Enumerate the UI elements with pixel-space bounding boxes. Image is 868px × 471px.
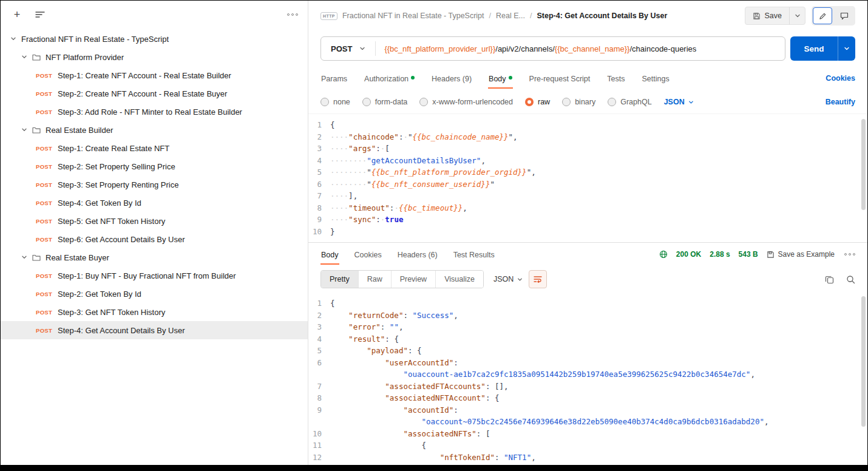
code-line: 6 "userAccountId": [308,357,867,369]
sidebar-request-step-3-get-nft-token-history[interactable]: POSTStep-3: Get NFT Token History [1,303,308,321]
method-badge: POST [36,218,53,225]
sidebar-collection-fractional-nft-in-real-estate-typescript[interactable]: Fractional NFT in Real Estate - TypeScri… [1,30,308,48]
request-body-editor[interactable]: 1{2····"chaincode":·"{{bc_chaincode_name… [308,114,867,242]
ws-token [330,370,403,379]
sidebar-request-step-2-set-property-selling-price[interactable]: POSTStep-2: Set Property Selling Price [1,157,308,175]
sidebar-folder-real-estate-buyer[interactable]: Real Estate Buyer [1,248,308,266]
sidebar-request-step-4-get-token-by-id[interactable]: POSTStep-4: Get Token By Id [1,194,308,212]
tree-item-label: Step-3: Get NFT Token History [58,308,165,317]
view-tab-pretty[interactable]: Pretty [321,271,359,288]
cookies-link[interactable]: Cookies [826,74,855,83]
response-more-icon[interactable] [844,253,855,256]
chevron-down-icon[interactable] [21,254,27,260]
view-tab-raw[interactable]: Raw [359,271,392,288]
sidebar-request-step-2-get-token-by-id[interactable]: POSTStep-2: Get Token By Id [1,285,308,303]
wrap-text-button[interactable] [529,270,547,288]
str-token: "oaccount~075bc2c2456e746939646e38d22eb5… [422,417,764,426]
code-text: "ouaccount-ae1b7ca2c9fc1835a0951442b259b… [330,368,755,381]
chevron-down-icon[interactable] [21,54,27,60]
ws-token [330,382,385,391]
header-actions: Save [745,6,856,25]
p-token: " [367,180,371,189]
filter-icon[interactable] [33,8,47,21]
send-button[interactable]: Send [790,36,855,61]
breadcrumb-middle[interactable]: Real E... [496,12,525,20]
key-token: "error" [348,322,381,331]
body-type-form-data[interactable]: form-data [362,98,408,106]
sidebar-request-step-4-get-account-details-by-user[interactable]: POSTStep-4: Get Account Details By User [1,321,308,339]
response-time[interactable]: 2.88 s [710,250,730,259]
tab-params[interactable]: Params [320,68,348,89]
tab-label: Tests [607,75,625,83]
response-editor-scrollbar[interactable] [861,296,866,427]
response-size[interactable]: 543 B [739,250,758,259]
p-token: : [495,453,504,462]
tab-tests[interactable]: Tests [606,68,625,89]
response-tab-body[interactable]: Body [320,244,339,265]
sidebar-more-icon[interactable] [287,13,298,16]
sidebar-request-step-1-create-real-estate-nft[interactable]: POSTStep-1: Create Real Estate NFT [1,139,308,157]
tree-item-label: Step-1: Buy NFT - Buy Fractional NFT fro… [58,271,236,280]
sidebar-folder-nft-platform-provider[interactable]: NFT Platform Provider [1,48,308,66]
save-dropdown-button[interactable] [789,7,805,24]
body-type-none[interactable]: none [320,98,350,106]
url-variable-segment: {{bc_channel_name}} [555,44,630,53]
response-language-select[interactable]: JSON [493,275,523,283]
code-text: "associatedNFTs": [ [330,428,490,440]
method-select[interactable]: POST [321,44,375,53]
url-input[interactable]: {{bc_nft_platform_provider_url}}/api/v2/… [376,44,705,53]
search-icon[interactable] [846,275,855,284]
sidebar: + Fractional NFT in Real Estate - TypeSc… [1,1,308,465]
body-type-graphql[interactable]: GraphQL [608,98,651,106]
tab-headers-9[interactable]: Headers (9) [431,68,472,89]
tab-body[interactable]: Body [488,68,513,89]
sidebar-request-step-6-get-account-details-by-user[interactable]: POSTStep-6: Get Account Details By User [1,230,308,248]
tab-label: Test Results [453,251,495,259]
request-header: HTTP Fractional NFT in Real Estate - Typ… [308,1,867,31]
body-type-x-www-form-urlencoded[interactable]: x-www-form-urlencoded [419,98,513,106]
response-tab-headers-6[interactable]: Headers (6) [397,244,438,265]
tab-settings[interactable]: Settings [641,68,670,89]
str-token: "" [390,322,399,331]
key-token: "nftTokenId" [440,453,495,462]
edit-button[interactable] [813,7,832,24]
view-tab-visualize[interactable]: Visualize [436,271,483,288]
p-token: : [376,215,381,224]
send-dropdown-button[interactable] [838,36,855,61]
add-icon[interactable]: + [10,8,24,21]
sidebar-folder-real-estate-builder[interactable]: Real Estate Builder [1,121,308,139]
sidebar-request-step-3-set-property-renting-price[interactable]: POSTStep-3: Set Property Renting Price [1,175,308,194]
sidebar-request-step-5-get-nft-token-history[interactable]: POSTStep-5: Get NFT Token History [1,212,308,230]
save-as-example-button[interactable]: Save as Example [767,250,835,259]
p-token: , [453,311,458,320]
request-language-select[interactable]: JSON [664,98,694,106]
copy-icon[interactable] [825,275,834,284]
code-line: 9 "accountId": [308,404,867,416]
status-code[interactable]: 200 OK [676,250,701,259]
tab-authorization[interactable]: Authorization [364,68,415,89]
body-type-binary[interactable]: binary [562,98,595,106]
chevron-down-icon[interactable] [10,36,16,42]
view-tab-preview[interactable]: Preview [392,271,436,288]
chevron-down-icon[interactable] [21,127,27,133]
comment-button[interactable] [835,7,854,24]
method-badge: POST [36,236,53,243]
response-body-editor[interactable]: 1{2 "returnCode": "Success",3 "error": "… [308,293,867,465]
str-token: "getAccountDetailsByUser" [367,156,481,165]
sidebar-request-step-1-buy-nft-buy-fractional-nft-from-builder[interactable]: POSTStep-1: Buy NFT - Buy Fractional NFT… [1,266,308,285]
body-type-raw[interactable]: raw [525,98,550,106]
code-text: "oaccount~075bc2c2456e746939646e38d22eb5… [330,416,768,428]
response-tab-test-results[interactable]: Test Results [453,244,495,265]
sidebar-request-step-2-create-nft-account-real-estate-buyer[interactable]: POSTStep-2: Create NFT Account - Real Es… [1,84,308,103]
request-editor-scrollbar[interactable] [861,119,866,210]
p-token: , [481,156,486,165]
breadcrumb-root[interactable]: Fractional NFT in Real Estate - TypeScri… [342,12,484,20]
tree-item-label: Step-5: Get NFT Token History [58,217,165,226]
tab-pre-request-script[interactable]: Pre-request Script [529,68,591,89]
response-tab-cookies[interactable]: Cookies [354,244,382,265]
tab-label: Headers (6) [398,251,438,259]
beautify-link[interactable]: Beautify [826,98,855,106]
save-button[interactable]: Save [745,7,806,25]
sidebar-request-step-3-add-role-nft-minter-to-real-estate-builder[interactable]: POSTStep-3: Add Role - NFT Minter to Rea… [1,103,308,121]
sidebar-request-step-1-create-nft-account-real-estate-builder[interactable]: POSTStep-1: Create NFT Account - Real Es… [1,66,308,84]
